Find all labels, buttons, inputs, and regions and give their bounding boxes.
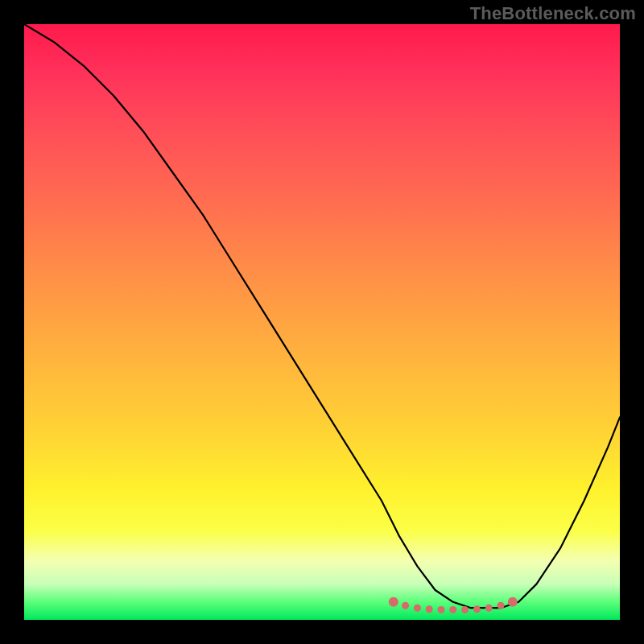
marker-dot	[402, 602, 409, 609]
marker-dot	[449, 606, 456, 613]
marker-dot	[497, 602, 505, 609]
curve-layer	[24, 24, 620, 620]
marker-dot	[485, 605, 493, 612]
plot-area	[24, 24, 620, 620]
watermark-text: TheBottleneck.com	[470, 3, 636, 24]
chart-frame: TheBottleneck.com	[0, 0, 644, 644]
marker-dot	[473, 605, 481, 613]
marker-dot	[426, 605, 433, 613]
marker-dot	[389, 597, 398, 607]
bottleneck-curve	[24, 24, 620, 608]
flat-region-markers	[389, 597, 518, 613]
marker-dot	[508, 597, 518, 607]
marker-dot	[414, 605, 421, 612]
marker-dot	[438, 606, 445, 613]
marker-dot	[461, 606, 469, 613]
